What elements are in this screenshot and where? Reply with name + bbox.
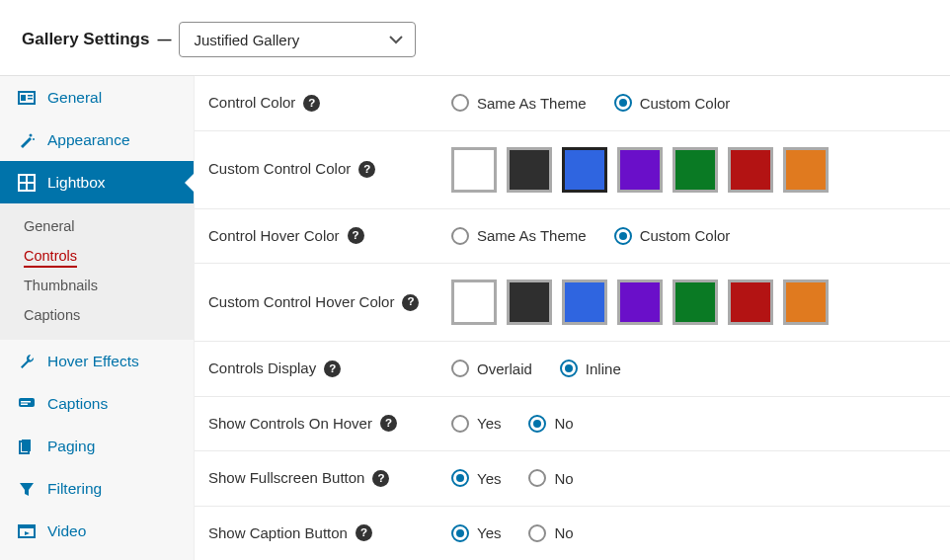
sidebar-item-label: Lightbox bbox=[47, 174, 106, 192]
row-show-fullscreen-button: Show Fullscreen Button ? Yes No bbox=[195, 451, 950, 507]
radio-inline[interactable]: Inline bbox=[560, 360, 621, 377]
radio-icon bbox=[451, 469, 469, 487]
video-icon bbox=[18, 522, 36, 540]
radio-no[interactable]: No bbox=[528, 469, 573, 487]
color-swatch[interactable] bbox=[617, 280, 663, 325]
help-icon[interactable]: ? bbox=[380, 415, 397, 432]
help-icon[interactable]: ? bbox=[303, 95, 320, 112]
radio-custom-color[interactable]: Custom Color bbox=[614, 227, 731, 245]
sidebar-item-label: Filtering bbox=[47, 480, 102, 498]
radio-icon bbox=[528, 415, 546, 433]
color-swatch[interactable] bbox=[507, 280, 552, 325]
field-label: Custom Control Hover Color bbox=[208, 291, 394, 314]
field-label: Control Color bbox=[208, 92, 295, 115]
field-label: Custom Control Color bbox=[208, 158, 351, 181]
sidebar-item-general[interactable]: General bbox=[0, 76, 194, 119]
row-control-hover-color: Control Hover Color ? Same As Theme Cust… bbox=[195, 209, 950, 265]
field-label: Show Fullscreen Button bbox=[208, 467, 364, 490]
radio-same-as-theme[interactable]: Same As Theme bbox=[451, 227, 587, 245]
subnav-item-controls[interactable]: Controls bbox=[0, 241, 194, 271]
grid-icon bbox=[18, 174, 36, 192]
sidebar-item-label: Video bbox=[47, 522, 86, 540]
gallery-type-select[interactable]: Justified Gallery bbox=[179, 22, 416, 57]
field-label: Control Hover Color bbox=[208, 225, 340, 248]
svg-rect-10 bbox=[21, 401, 31, 403]
help-icon[interactable]: ? bbox=[348, 227, 364, 244]
wrench-icon bbox=[18, 353, 36, 370]
sidebar-item-filtering[interactable]: Filtering bbox=[0, 467, 194, 510]
sidebar-item-captions[interactable]: Captions bbox=[0, 382, 194, 425]
subnav-item-thumbnails[interactable]: Thumbnails bbox=[0, 271, 194, 300]
color-swatch[interactable] bbox=[783, 280, 829, 325]
color-swatch[interactable] bbox=[673, 280, 718, 325]
svg-point-5 bbox=[33, 138, 35, 140]
filter-icon bbox=[18, 480, 36, 498]
row-show-controls-on-hover: Show Controls On Hover ? Yes No bbox=[195, 397, 950, 452]
color-swatch[interactable] bbox=[451, 280, 497, 325]
color-swatch[interactable] bbox=[507, 147, 552, 193]
sidebar-item-lightbox[interactable]: Lightbox bbox=[0, 161, 194, 203]
radio-yes[interactable]: Yes bbox=[451, 524, 501, 542]
field-label: Controls Display bbox=[208, 358, 316, 380]
color-swatch[interactable] bbox=[673, 147, 718, 193]
sidebar-item-hover-effects[interactable]: Hover Effects bbox=[0, 340, 194, 382]
page-title: Gallery Settings bbox=[22, 30, 149, 49]
svg-rect-15 bbox=[19, 525, 35, 528]
title-sep: — bbox=[157, 32, 171, 47]
color-swatch[interactable] bbox=[728, 280, 773, 325]
row-control-color: Control Color ? Same As Theme Custom Col… bbox=[195, 76, 950, 131]
radio-no[interactable]: No bbox=[528, 524, 573, 542]
sidebar-item-appearance[interactable]: Appearance bbox=[0, 119, 194, 161]
row-show-caption-button: Show Caption Button ? Yes No bbox=[195, 507, 950, 561]
sidebar-item-label: General bbox=[47, 89, 102, 107]
sidebar-item-label: Paging bbox=[47, 438, 95, 455]
subnav-item-captions[interactable]: Captions bbox=[0, 300, 194, 330]
help-icon[interactable]: ? bbox=[358, 161, 375, 178]
pages-icon bbox=[18, 438, 36, 455]
svg-rect-3 bbox=[28, 98, 33, 100]
svg-rect-1 bbox=[21, 95, 26, 101]
color-swatches bbox=[451, 147, 829, 193]
radio-icon bbox=[451, 94, 469, 112]
chevron-down-icon bbox=[389, 35, 403, 44]
radio-same-as-theme[interactable]: Same As Theme bbox=[451, 94, 587, 112]
color-swatch[interactable] bbox=[783, 147, 829, 193]
svg-point-4 bbox=[30, 133, 33, 136]
sidebar-item-label: Captions bbox=[47, 395, 108, 413]
lightbox-subnav: General Controls Thumbnails Captions bbox=[0, 203, 194, 340]
magic-wand-icon bbox=[18, 131, 36, 149]
color-swatch[interactable] bbox=[451, 147, 497, 193]
gallery-type-value: Justified Gallery bbox=[194, 32, 299, 48]
radio-yes[interactable]: Yes bbox=[451, 415, 501, 433]
svg-rect-2 bbox=[28, 95, 33, 97]
field-label: Show Caption Button bbox=[208, 522, 348, 545]
radio-custom-color[interactable]: Custom Color bbox=[614, 94, 731, 112]
help-icon[interactable]: ? bbox=[372, 470, 389, 487]
help-icon[interactable]: ? bbox=[324, 360, 341, 377]
radio-icon bbox=[451, 415, 469, 433]
field-label: Show Controls On Hover bbox=[208, 413, 372, 436]
row-custom-control-hover-color: Custom Control Hover Color ? bbox=[195, 264, 950, 342]
radio-icon bbox=[614, 227, 632, 245]
radio-no[interactable]: No bbox=[528, 415, 573, 433]
radio-yes[interactable]: Yes bbox=[451, 469, 501, 487]
color-swatch[interactable] bbox=[562, 147, 607, 193]
radio-icon bbox=[614, 94, 632, 112]
subnav-item-general[interactable]: General bbox=[0, 211, 194, 241]
color-swatch[interactable] bbox=[617, 147, 663, 193]
sidebar-item-paging[interactable]: Paging bbox=[0, 425, 194, 467]
radio-overlaid[interactable]: Overlaid bbox=[451, 360, 532, 377]
settings-content: Control Color ? Same As Theme Custom Col… bbox=[195, 76, 950, 560]
color-swatch[interactable] bbox=[728, 147, 773, 193]
help-icon[interactable]: ? bbox=[356, 524, 372, 541]
radio-icon bbox=[451, 524, 469, 542]
svg-rect-11 bbox=[21, 403, 28, 405]
color-swatches bbox=[451, 280, 829, 325]
color-swatch[interactable] bbox=[562, 280, 607, 325]
id-card-icon bbox=[18, 89, 36, 107]
help-icon[interactable]: ? bbox=[402, 294, 419, 311]
sidebar-item-video[interactable]: Video bbox=[0, 510, 194, 552]
radio-icon bbox=[451, 360, 469, 377]
radio-icon bbox=[560, 360, 578, 377]
sidebar-item-label: Hover Effects bbox=[47, 353, 139, 370]
